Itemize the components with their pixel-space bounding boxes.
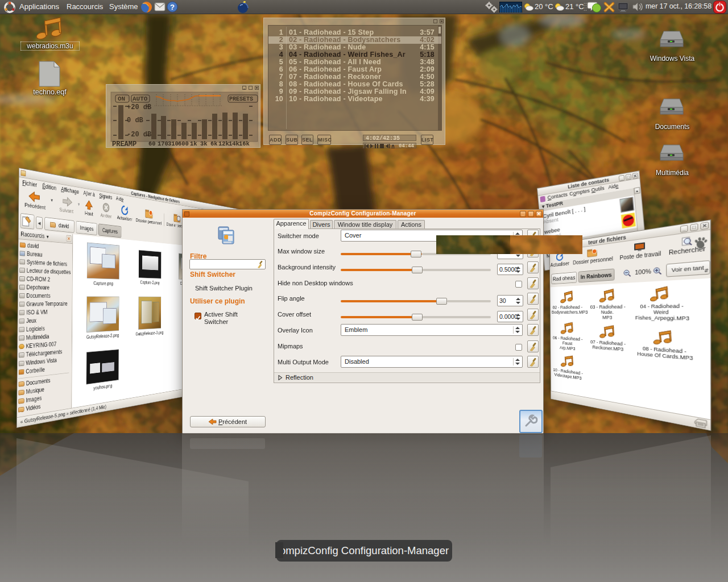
svg-text:12k: 12k [218,140,229,147]
svg-text:60: 60 [148,140,156,147]
svg-text:310: 310 [168,140,179,147]
svg-text:PREAMP: PREAMP [112,140,136,148]
svg-text:6k: 6k [210,140,218,147]
svg-text:170: 170 [158,140,168,147]
svg-text:1k: 1k [190,140,197,147]
svg-text:3k: 3k [200,140,208,147]
svg-text:600: 600 [178,140,189,147]
svg-text:?: ? [170,3,175,11]
svg-text:14k: 14k [229,140,239,147]
svg-text:16k: 16k [239,140,250,147]
